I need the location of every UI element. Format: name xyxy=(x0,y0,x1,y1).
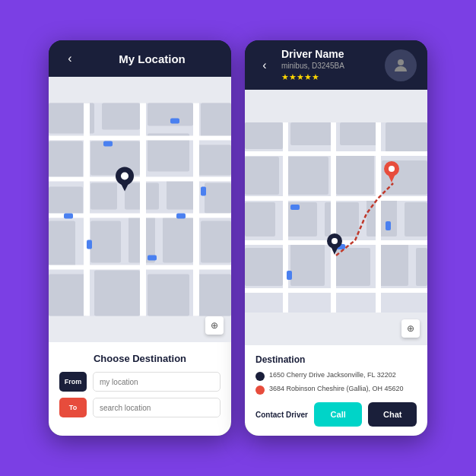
chat-button[interactable]: Chat xyxy=(368,402,417,427)
svg-point-39 xyxy=(121,173,129,180)
svg-rect-56 xyxy=(245,248,283,286)
screens-container: ‹ My Location xyxy=(49,40,427,436)
svg-rect-8 xyxy=(90,141,140,176)
bottom-panel-1: Choose Destination From To xyxy=(49,342,231,436)
screen-my-location: ‹ My Location xyxy=(49,40,231,436)
driver-subtitle: minibus, D3245BA xyxy=(281,62,377,70)
svg-rect-63 xyxy=(376,122,381,313)
header-my-location: ‹ My Location xyxy=(49,40,231,77)
svg-rect-24 xyxy=(84,103,90,316)
map-expand-button-2[interactable]: ⊕ xyxy=(401,319,420,338)
svg-rect-43 xyxy=(245,122,283,149)
svg-rect-25 xyxy=(140,103,146,316)
svg-rect-68 xyxy=(290,205,300,210)
svg-rect-14 xyxy=(205,183,231,214)
driver-header: ‹ Driver Name minibus, D3245BA ★★★★★ xyxy=(245,40,427,90)
svg-rect-49 xyxy=(336,153,374,195)
svg-rect-36 xyxy=(64,214,73,219)
to-input[interactable] xyxy=(93,398,221,417)
svg-rect-18 xyxy=(197,274,231,316)
svg-rect-6 xyxy=(49,187,83,217)
svg-rect-45 xyxy=(340,122,378,145)
dest-dot-1 xyxy=(255,372,265,381)
dest-address-2: 3684 Robinson Cheshire (Gallia), OH 4562… xyxy=(269,385,404,394)
dest-item-1: 1650 Cherry Drive Jacksonville, FL 32202 xyxy=(255,371,417,381)
dest-address-1: 1650 Cherry Drive Jacksonville, FL 32202 xyxy=(269,371,396,380)
svg-rect-62 xyxy=(331,122,336,313)
svg-rect-57 xyxy=(290,244,325,286)
driver-stars: ★★★★★ xyxy=(281,72,377,82)
svg-rect-47 xyxy=(245,157,279,195)
dest-item-2: 3684 Robinson Cheshire (Gallia), OH 4562… xyxy=(255,385,417,395)
destination-panel: Destination 1650 Cherry Drive Jacksonvil… xyxy=(245,345,427,436)
svg-rect-5 xyxy=(49,141,83,179)
svg-rect-4 xyxy=(201,103,231,138)
back-button-driver[interactable]: ‹ xyxy=(255,56,274,75)
from-input[interactable] xyxy=(93,372,221,392)
back-button[interactable]: ‹ xyxy=(61,49,79,68)
svg-rect-27 xyxy=(49,136,231,141)
map-area-2: ⊕ xyxy=(245,90,427,345)
svg-rect-26 xyxy=(193,103,199,316)
svg-rect-16 xyxy=(94,271,140,316)
svg-rect-37 xyxy=(176,214,186,219)
svg-rect-19 xyxy=(49,221,75,263)
svg-rect-17 xyxy=(148,274,189,316)
svg-rect-33 xyxy=(201,187,206,196)
svg-rect-60 xyxy=(416,248,427,286)
from-label: From xyxy=(59,372,87,392)
driver-avatar xyxy=(385,49,417,81)
svg-rect-44 xyxy=(290,122,332,145)
svg-rect-65 xyxy=(245,196,427,201)
svg-rect-3 xyxy=(148,103,193,126)
svg-point-76 xyxy=(389,166,395,172)
map-area-1: ⊕ xyxy=(49,77,231,342)
destination-title: Destination xyxy=(255,354,417,365)
svg-rect-32 xyxy=(170,119,179,124)
svg-rect-29 xyxy=(49,214,231,218)
svg-rect-34 xyxy=(87,240,92,249)
screen-driver: ‹ Driver Name minibus, D3245BA ★★★★★ xyxy=(245,40,427,436)
svg-rect-20 xyxy=(90,221,121,263)
contact-row: Contact Driver Call Chat xyxy=(255,402,417,427)
svg-rect-67 xyxy=(245,288,427,293)
svg-rect-31 xyxy=(103,141,113,147)
svg-rect-69 xyxy=(386,221,391,230)
choose-destination-title: Choose Destination xyxy=(59,353,221,364)
svg-rect-61 xyxy=(283,122,288,313)
driver-info: Driver Name minibus, D3245BA ★★★★★ xyxy=(281,48,377,82)
from-input-row: From xyxy=(59,372,221,392)
svg-rect-48 xyxy=(287,157,328,195)
svg-rect-22 xyxy=(163,217,193,263)
svg-rect-55 xyxy=(405,202,427,236)
svg-rect-15 xyxy=(49,274,87,316)
call-button[interactable]: Call xyxy=(314,402,363,427)
svg-rect-30 xyxy=(49,265,231,270)
svg-rect-54 xyxy=(367,198,397,236)
page-title: My Location xyxy=(85,52,219,65)
svg-point-73 xyxy=(332,238,338,244)
dest-dot-2 xyxy=(255,386,265,395)
svg-point-41 xyxy=(398,59,404,65)
map-expand-button[interactable]: ⊕ xyxy=(205,316,224,335)
svg-rect-51 xyxy=(245,202,275,236)
svg-rect-13 xyxy=(167,179,197,210)
svg-rect-2 xyxy=(102,103,140,130)
svg-rect-35 xyxy=(148,255,157,261)
svg-rect-46 xyxy=(386,122,427,153)
to-label: To xyxy=(59,398,87,417)
svg-rect-10 xyxy=(197,145,231,176)
svg-rect-53 xyxy=(325,202,359,236)
svg-rect-28 xyxy=(49,177,231,182)
svg-rect-64 xyxy=(245,151,427,156)
svg-rect-23 xyxy=(201,221,231,263)
svg-rect-71 xyxy=(287,271,292,280)
driver-name: Driver Name xyxy=(281,48,377,60)
svg-rect-11 xyxy=(90,183,117,210)
contact-driver-label: Contact Driver xyxy=(255,410,308,420)
to-input-row: To xyxy=(59,398,221,417)
svg-rect-59 xyxy=(378,244,408,286)
